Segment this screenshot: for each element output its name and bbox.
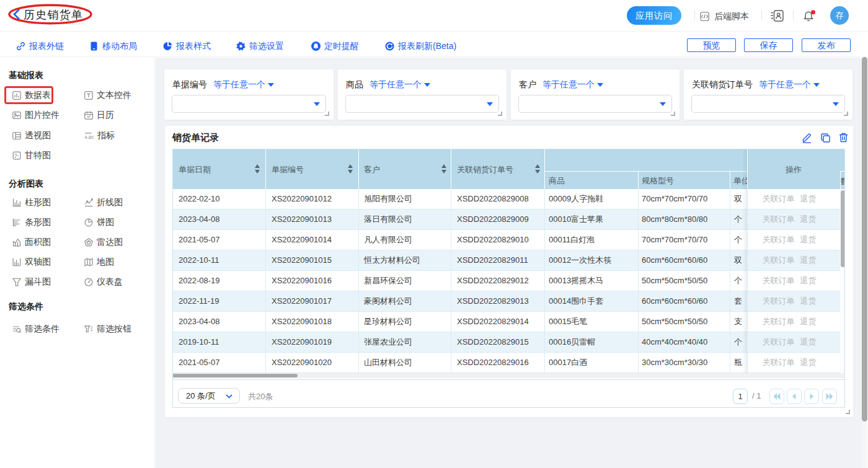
- svg-text:4,80: 4,80: [84, 135, 94, 140]
